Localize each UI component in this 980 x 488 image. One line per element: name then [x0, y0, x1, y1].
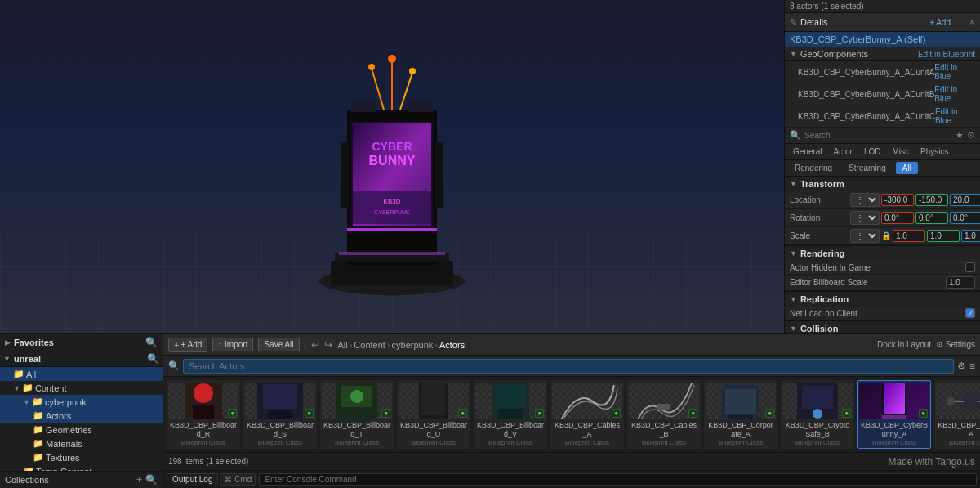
breadcrumb-content[interactable]: Content	[354, 340, 385, 350]
sidebar-item-cyberpunk[interactable]: ▼ 📁 cyberpunk	[0, 395, 163, 409]
collision-header[interactable]: ▼ Collision	[785, 321, 980, 333]
rotation-y[interactable]	[915, 212, 948, 224]
sub-tab-streaming[interactable]: Streaming	[842, 162, 893, 174]
sidebar-item-geometries[interactable]: 📁 Geometries	[0, 423, 163, 437]
location-y[interactable]	[915, 194, 948, 206]
asset-name-billboard-s: KB3D_CBP_Billboard_S	[246, 421, 314, 439]
star-icon[interactable]: ★	[956, 130, 964, 141]
asset-sub-cables-b: Blueprint Class	[642, 439, 686, 446]
sidebar-item-temp-content[interactable]: 📁 Temp Content	[0, 464, 163, 471]
transform-header[interactable]: ▼ Transform	[785, 177, 980, 191]
favorites-section[interactable]: ▶ Favorites 🔍	[0, 334, 163, 351]
net-load-checkbox[interactable]: ✓	[965, 308, 975, 318]
search-actors-input[interactable]	[183, 359, 954, 374]
asset-item-billboard-r[interactable]: ● KB3D_CBP_Billboard_R Blueprint Class	[167, 380, 240, 449]
location-dropdown[interactable]: ⋮	[850, 193, 880, 207]
asset-item-billboard-u[interactable]: ● KB3D_CBP_Billboard_U Blueprint Class	[397, 380, 470, 449]
console-input[interactable]	[259, 473, 977, 486]
edit-blueprint-link[interactable]: Edit in Blueprint	[918, 50, 975, 59]
scale-y[interactable]	[927, 230, 960, 242]
tab-actor[interactable]: Actor	[829, 146, 858, 158]
details-search-input[interactable]	[804, 131, 952, 140]
edit-blue-0[interactable]: Edit in Blue	[934, 63, 967, 81]
rotation-x[interactable]	[881, 212, 914, 224]
svg-point-18	[388, 55, 396, 63]
rendering-chevron: ▼	[790, 249, 797, 257]
sub-tab-all[interactable]: All	[896, 162, 918, 174]
asset-item-cryptosafe-b[interactable]: ● KB3D_CBP_CryptoSafe_B Blueprint Class	[781, 380, 854, 449]
output-log-tab[interactable]: Output Log	[167, 473, 218, 486]
options-icon[interactable]: ⋮	[956, 17, 964, 28]
add-button[interactable]: + Add	[929, 18, 951, 27]
sub-tab-rendering[interactable]: Rendering	[788, 162, 839, 174]
dock-button[interactable]: Dock in Layout	[877, 340, 931, 349]
add-button[interactable]: + + Add	[168, 338, 207, 352]
billboard-scale-input[interactable]	[946, 276, 975, 289]
rotation-z[interactable]	[950, 212, 980, 224]
location-z[interactable]	[950, 194, 980, 206]
sidebar-item-all[interactable]: 📁 All	[0, 367, 163, 381]
asset-thumb-cables-a: ●	[552, 383, 622, 419]
geo-item-2: KB3D_CBP_CyberBunny_A_ACunitC Edit in Bl…	[785, 105, 980, 128]
svg-rect-10	[341, 142, 349, 208]
asset-item-cables-a[interactable]: ● KB3D_CBP_Cables_A Blueprint Class	[550, 380, 624, 449]
breadcrumb-cyberpunk[interactable]: cyberpunk	[392, 340, 434, 350]
asset-item-billboard-v[interactable]: ● KB3D_CBP_Billboard_V Blueprint Class	[474, 380, 547, 449]
asset-item-corporate-a[interactable]: ● KB3D_CBP_Corporate_A Blueprint Class	[704, 380, 777, 449]
unreal-label: unreal	[14, 354, 41, 364]
asset-item-cyberbunny-a[interactable]: ● KB3D_CBP_CyberBunny_A Blueprint Class	[858, 380, 931, 449]
asset-item-billboard-s[interactable]: ● KB3D_CBP_Billboard_S Blueprint Class	[243, 380, 317, 449]
sort-icon[interactable]: ≡	[969, 360, 975, 372]
import-button[interactable]: ↑ Import	[212, 338, 253, 351]
replication-header[interactable]: ▼ Replication	[785, 292, 980, 307]
asset-item-drone-a[interactable]: ● KB3D_CBP_Drone_A Blueprint Class	[934, 380, 980, 449]
settings-button[interactable]: ⚙ Settings	[936, 340, 975, 349]
rendering-header[interactable]: ▼ Rendering	[785, 246, 980, 261]
search-collection-icon[interactable]: 🔍	[145, 474, 158, 486]
bottom-panel: ▶ Favorites 🔍 ▼ unreal 🔍 📁 All	[0, 333, 980, 488]
sidebar-item-textures[interactable]: 📁 Textures	[0, 450, 163, 464]
add-collection-icon[interactable]: +	[136, 474, 142, 486]
actor-hidden-checkbox[interactable]	[965, 262, 975, 272]
tab-lod[interactable]: LOD	[859, 146, 886, 158]
asset-item-billboard-t[interactable]: ● KB3D_CBP_Billboard_T Blueprint Class	[320, 380, 394, 449]
search-icon-unreal[interactable]: 🔍	[147, 353, 159, 365]
content-toolbar: + + Add ↑ Import Save All | ↩ ↪ All › Co…	[163, 334, 980, 356]
edit-blue-1[interactable]: Edit in Blue	[934, 85, 967, 103]
scale-dropdown[interactable]: ⋮	[850, 229, 880, 243]
svg-rect-12	[347, 228, 437, 231]
tab-misc[interactable]: Misc	[887, 146, 914, 158]
svg-text:KB3D: KB3D	[384, 198, 401, 205]
edit-blue-2[interactable]: Edit in Blue	[935, 107, 967, 125]
search-icon-favorites[interactable]: 🔍	[145, 337, 158, 348]
tab-physics[interactable]: Physics	[915, 146, 953, 158]
scale-x[interactable]	[893, 230, 925, 242]
tab-general[interactable]: General	[788, 146, 827, 158]
lock-icon[interactable]: 🔒	[881, 231, 891, 240]
location-x[interactable]	[881, 194, 914, 206]
svg-point-19	[409, 68, 416, 74]
asset-item-cables-b[interactable]: ● KB3D_CBP_Cables_B Blueprint Class	[627, 380, 701, 449]
rotation-dropdown[interactable]: ⋮	[850, 211, 880, 225]
asset-thumb-billboard-s: ●	[245, 383, 315, 419]
cyberpunk-label: cyberpunk	[45, 397, 87, 407]
breadcrumb-actors[interactable]: Actors	[439, 340, 465, 350]
undo-icon[interactable]: ↩	[311, 339, 319, 351]
folder-icon-actors: 📁	[33, 410, 44, 421]
chevron-content-icon: ▼	[13, 384, 20, 392]
details-search-row: 🔍 ★ ⚙	[785, 128, 980, 144]
breadcrumb: All › Content › cyberpunk › Actors	[337, 340, 465, 350]
location-label: Location	[790, 195, 847, 204]
scale-z[interactable]	[961, 230, 980, 242]
sidebar-item-materials[interactable]: 📁 Materials	[0, 437, 163, 450]
gear-icon[interactable]: ⚙	[967, 130, 975, 141]
sidebar-item-actors[interactable]: 📁 Actors	[0, 409, 163, 423]
search-icon: 🔍	[790, 130, 801, 141]
asset-sub-drone-a: Blueprint Class	[949, 439, 980, 446]
redo-icon[interactable]: ↪	[324, 339, 332, 351]
save-button[interactable]: Save All	[258, 338, 299, 351]
breadcrumb-all[interactable]: All	[337, 340, 347, 350]
filter-icon[interactable]: ⚙	[957, 360, 966, 372]
sidebar-item-content[interactable]: ▼ 📁 Content	[0, 381, 163, 395]
close-icon[interactable]: ×	[969, 16, 975, 28]
